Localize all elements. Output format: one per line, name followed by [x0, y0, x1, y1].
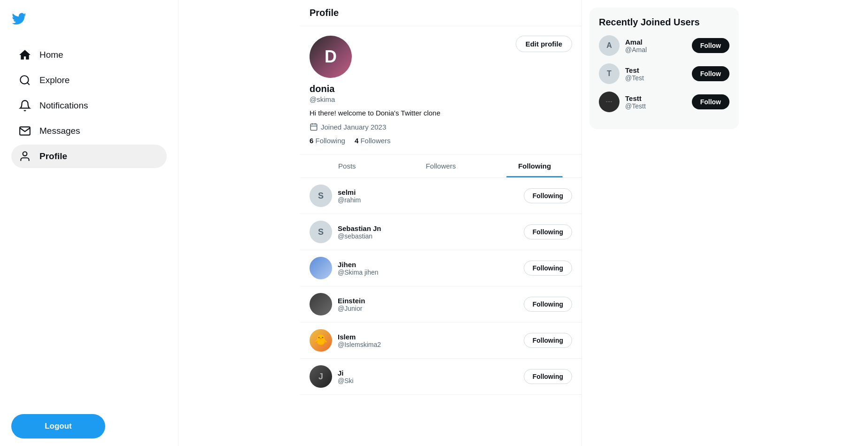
avatar: J: [310, 365, 332, 388]
following-button[interactable]: Following: [524, 224, 572, 239]
following-button[interactable]: Following: [524, 297, 572, 312]
list-item: 🐥 Islem @Islemskima2 Following: [300, 323, 581, 359]
following-list: S selmi @rahim Following S Sebastian Jn …: [300, 178, 581, 395]
avatar: T: [599, 63, 620, 84]
avatar: [310, 293, 332, 315]
tab-posts[interactable]: Posts: [300, 154, 394, 177]
sidebar-item-explore[interactable]: Explore: [11, 69, 167, 92]
home-icon: [19, 49, 31, 61]
sidebar-item-home[interactable]: Home: [11, 43, 167, 67]
tab-following[interactable]: Following: [488, 154, 581, 177]
following-user-info: Jihen @Skima jihen: [338, 261, 518, 276]
notifications-icon: [19, 100, 31, 112]
calendar-icon: [310, 123, 318, 131]
following-stat[interactable]: 6 Following: [310, 137, 345, 145]
list-item: Jihen @Skima jihen Following: [300, 250, 581, 286]
svg-line-1: [27, 83, 30, 85]
tab-followers[interactable]: Followers: [394, 154, 488, 177]
sidebar-item-profile[interactable]: Profile: [11, 145, 167, 168]
rj-user-info: Amal @Amal: [625, 38, 686, 54]
list-item: Einstein @Junior Following: [300, 286, 581, 323]
explore-icon: [19, 74, 31, 86]
center-column: Profile D Edit profile donia @skima Hi t…: [300, 0, 582, 446]
rj-username: Testt: [625, 94, 686, 102]
list-item: ···· Testt @Testt Follow: [599, 92, 729, 112]
following-button[interactable]: Following: [524, 369, 572, 384]
sidebar: Home Explore Notifications Messages Prof…: [0, 0, 178, 446]
sidebar-item-messages-label: Messages: [39, 126, 80, 136]
list-item: S selmi @rahim Following: [300, 178, 581, 214]
following-handle: @Skima jihen: [338, 269, 518, 276]
following-handle: @Junior: [338, 305, 518, 312]
rj-username: Amal: [625, 38, 686, 46]
following-username: Ji: [338, 369, 518, 377]
sidebar-item-explore-label: Explore: [39, 75, 70, 85]
profile-icon: [19, 150, 31, 162]
following-user-info: selmi @rahim: [338, 188, 518, 204]
twitter-logo: [11, 8, 167, 32]
following-button[interactable]: Following: [524, 188, 572, 203]
messages-icon: [19, 125, 31, 137]
following-username: Sebastian Jn: [338, 224, 518, 232]
avatar: [310, 257, 332, 279]
edit-profile-button[interactable]: Edit profile: [516, 36, 572, 52]
svg-point-0: [20, 76, 28, 84]
tab-following-label: Following: [518, 162, 551, 170]
recently-joined-card: Recently Joined Users A Amal @Amal Follo…: [589, 8, 739, 129]
rj-handle: @Amal: [625, 46, 686, 54]
main-nav: Home Explore Notifications Messages Prof…: [11, 43, 167, 170]
avatar: D: [310, 36, 352, 78]
rj-handle: @Test: [625, 74, 686, 82]
main-content: Profile D Edit profile donia @skima Hi t…: [178, 0, 868, 446]
logout-button[interactable]: Logout: [11, 414, 105, 438]
following-handle: @rahim: [338, 196, 518, 204]
following-handle: @sebastian: [338, 232, 518, 240]
list-item: S Sebastian Jn @sebastian Following: [300, 214, 581, 250]
rj-user-info: Test @Test: [625, 66, 686, 82]
tab-followers-label: Followers: [426, 162, 456, 170]
avatar: 🐥: [310, 329, 332, 352]
followers-stat[interactable]: 4 Followers: [355, 137, 391, 145]
profile-handle: @skima: [310, 95, 572, 103]
avatar: ····: [599, 92, 620, 112]
rj-user-info: Testt @Testt: [625, 94, 686, 110]
following-button[interactable]: Following: [524, 333, 572, 348]
following-username: selmi: [338, 188, 518, 196]
sidebar-item-notifications-label: Notifications: [39, 100, 88, 111]
sidebar-item-messages[interactable]: Messages: [11, 119, 167, 143]
rj-username: Test: [625, 66, 686, 74]
following-username: Einstein: [338, 297, 518, 305]
avatar: S: [310, 185, 332, 207]
following-label: Following: [316, 137, 345, 145]
following-user-info: Sebastian Jn @sebastian: [338, 224, 518, 240]
following-button[interactable]: Following: [524, 261, 572, 276]
tab-posts-label: Posts: [338, 162, 356, 170]
right-sidebar: Recently Joined Users A Amal @Amal Follo…: [582, 0, 746, 446]
rj-handle: @Testt: [625, 102, 686, 110]
follow-button[interactable]: Follow: [692, 94, 729, 109]
profile-info-section: D Edit profile donia @skima Hi there! we…: [300, 26, 581, 154]
svg-rect-3: [310, 124, 317, 131]
avatar: S: [310, 221, 332, 243]
joined-date: Joined January 2023: [310, 123, 572, 131]
profile-username: donia: [310, 84, 572, 94]
profile-tabs: Posts Followers Following: [300, 154, 581, 178]
svg-point-2: [23, 152, 27, 156]
following-username: Jihen: [338, 261, 518, 269]
sidebar-item-notifications[interactable]: Notifications: [11, 94, 167, 117]
following-handle: @Ski: [338, 377, 518, 384]
followers-count: 4: [355, 137, 358, 145]
recently-joined-title: Recently Joined Users: [599, 17, 729, 28]
list-item: J Ji @Ski Following: [300, 359, 581, 395]
profile-bio: Hi there! welcome to Donia's Twitter clo…: [310, 109, 572, 117]
sidebar-item-home-label: Home: [39, 50, 63, 60]
following-username: Islem: [338, 333, 518, 341]
list-item: A Amal @Amal Follow: [599, 35, 729, 56]
twitter-bird-icon: [11, 11, 26, 26]
stats-row: 6 Following 4 Followers: [310, 137, 572, 145]
joined-date-text: Joined January 2023: [321, 123, 386, 131]
follow-button[interactable]: Follow: [692, 66, 729, 81]
sidebar-item-profile-label: Profile: [39, 151, 67, 161]
follow-button[interactable]: Follow: [692, 38, 729, 53]
following-user-info: Ji @Ski: [338, 369, 518, 384]
